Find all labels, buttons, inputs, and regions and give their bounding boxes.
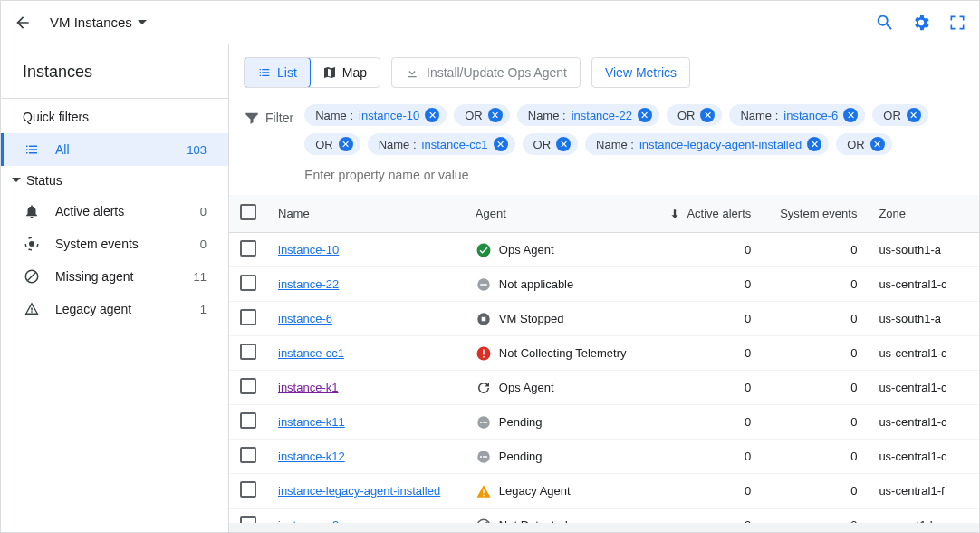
zone-cell: us-west1-b (868, 509, 979, 524)
chip-remove-icon[interactable]: ✕ (843, 108, 858, 122)
filter-chip-name[interactable]: Name : instance-22✕ (517, 104, 659, 126)
chip-remove-icon[interactable]: ✕ (638, 108, 652, 122)
active-alerts-cell: 0 (649, 371, 762, 405)
column-name[interactable]: Name (267, 195, 465, 233)
arrow-left-icon (14, 14, 32, 32)
row-checkbox[interactable] (240, 275, 256, 291)
filter-chip-name[interactable]: Name : instance-cc1✕ (368, 133, 515, 155)
sidebar-item-legacy-agent[interactable]: Legacy agent1 (1, 293, 228, 325)
sidebar-item-active-alerts[interactable]: Active alerts0 (1, 195, 228, 228)
filter-input[interactable] (304, 162, 504, 188)
column-agent[interactable]: Agent (465, 195, 649, 233)
chip-key: OR (883, 109, 901, 122)
chip-key: Name : (596, 138, 634, 151)
chip-remove-icon[interactable]: ✕ (556, 137, 571, 151)
sidebar-item-system-events[interactable]: System events0 (1, 228, 228, 260)
zone-cell: us-central1-c (868, 405, 979, 440)
chip-remove-icon[interactable]: ✕ (488, 108, 503, 122)
row-checkbox[interactable] (240, 378, 256, 394)
list-view-button[interactable]: List (244, 57, 311, 88)
chip-remove-icon[interactable]: ✕ (807, 137, 821, 151)
table-row: instance-10Ops Agent00us-south1-a (229, 233, 979, 267)
fullscreen-button[interactable] (946, 12, 968, 34)
chip-key: Name : (740, 109, 778, 122)
agent-status-icon (476, 414, 492, 431)
filter-chip-or[interactable]: OR✕ (523, 133, 579, 155)
instance-name-link[interactable]: instance-k1 (278, 381, 338, 394)
column-active-alerts[interactable]: Active alerts (649, 195, 762, 233)
main: List Map Install/Update Ops Agent View M… (229, 44, 979, 532)
system-events-cell: 0 (762, 371, 868, 405)
row-checkbox[interactable] (240, 309, 256, 325)
settings-button[interactable] (910, 12, 932, 34)
svg-point-16 (483, 456, 485, 458)
system-events-cell: 0 (762, 474, 868, 509)
row-checkbox[interactable] (240, 481, 256, 498)
svg-point-11 (480, 422, 482, 423)
install-ops-agent-button[interactable]: Install/Update Ops Agent (391, 57, 581, 88)
table-wrap[interactable]: Name Agent Active alerts System events Z… (229, 195, 979, 523)
status-heading[interactable]: Status (1, 166, 228, 195)
chip-remove-icon[interactable]: ✕ (494, 137, 508, 151)
instance-name-link[interactable]: instance-22 (278, 277, 339, 291)
view-metrics-button[interactable]: View Metrics (591, 57, 690, 88)
chip-remove-icon[interactable]: ✕ (339, 137, 353, 151)
horizontal-scrollbar[interactable] (229, 523, 979, 532)
active-alerts-cell: 0 (649, 336, 762, 371)
filter-chip-name[interactable]: Name : instance-6✕ (729, 104, 865, 126)
quick-filters-heading: Quick filters (1, 98, 228, 133)
instance-name-link[interactable]: instance-k11 (278, 415, 345, 429)
row-checkbox[interactable] (240, 516, 256, 523)
table-row: instance-k12Pending00us-central1-c (229, 440, 979, 474)
install-label: Install/Update Ops Agent (427, 65, 567, 80)
filter-chip-or[interactable]: OR✕ (836, 133, 892, 155)
active-alerts-cell: 0 (649, 474, 762, 509)
instance-name-link[interactable]: instance-10 (278, 243, 339, 257)
system-events-cell: 0 (762, 302, 868, 336)
system-events-cell: 0 (762, 405, 868, 440)
sidebar-item-missing-agent[interactable]: Missing agent11 (1, 260, 228, 293)
filter-chip-or[interactable]: OR✕ (454, 104, 510, 126)
agent-status-icon (476, 449, 492, 465)
agent-status-text: Ops Agent (499, 243, 554, 257)
map-view-button[interactable]: Map (310, 58, 380, 87)
chip-remove-icon[interactable]: ✕ (907, 108, 921, 122)
filter-chip-or[interactable]: OR✕ (667, 104, 723, 126)
agent-status-text: VM Stopped (499, 312, 564, 325)
sidebar-item-all[interactable]: All 103 (1, 133, 228, 166)
zone-cell: us-central1-c (868, 371, 979, 405)
column-zone[interactable]: Zone (868, 195, 979, 233)
search-button[interactable] (874, 12, 896, 34)
filter-chip-name[interactable]: Name : instance-10✕ (304, 104, 447, 126)
sort-down-icon (668, 208, 681, 220)
filter-chip-or[interactable]: OR✕ (872, 104, 928, 126)
filter-icon (244, 110, 260, 126)
instance-name-link[interactable]: instance-k12 (278, 450, 345, 463)
gear-icon (911, 13, 931, 33)
breadcrumb[interactable]: VM Instances (50, 15, 147, 30)
instance-name-link[interactable]: instance-cc1 (278, 346, 344, 360)
svg-rect-9 (483, 356, 485, 358)
filter-chip-name[interactable]: Name : instance-legacy-agent-installed✕ (585, 133, 829, 155)
chip-remove-icon[interactable]: ✕ (425, 108, 439, 122)
list-icon (23, 141, 41, 159)
instance-name-link[interactable]: instance-legacy-agent-installed (278, 484, 440, 498)
row-checkbox[interactable] (240, 412, 256, 429)
chip-remove-icon[interactable]: ✕ (870, 137, 885, 151)
row-checkbox[interactable] (240, 344, 256, 360)
filter-label[interactable]: Filter (244, 104, 293, 126)
active-alerts-cell: 0 (649, 509, 762, 524)
column-system-events[interactable]: System events (762, 195, 868, 233)
list-icon (257, 65, 272, 80)
instance-name-link[interactable]: instance-6 (278, 312, 332, 325)
legacy-icon (23, 300, 41, 318)
filter-chip-or[interactable]: OR✕ (304, 133, 360, 155)
row-checkbox[interactable] (240, 240, 256, 257)
missing-icon (23, 267, 41, 286)
chip-remove-icon[interactable]: ✕ (700, 108, 715, 122)
row-checkbox[interactable] (240, 447, 256, 463)
back-button[interactable] (12, 12, 34, 34)
system-events-cell: 0 (762, 509, 868, 524)
agent-status-text: Legacy Agent (499, 484, 571, 498)
select-all-checkbox[interactable] (240, 204, 256, 220)
